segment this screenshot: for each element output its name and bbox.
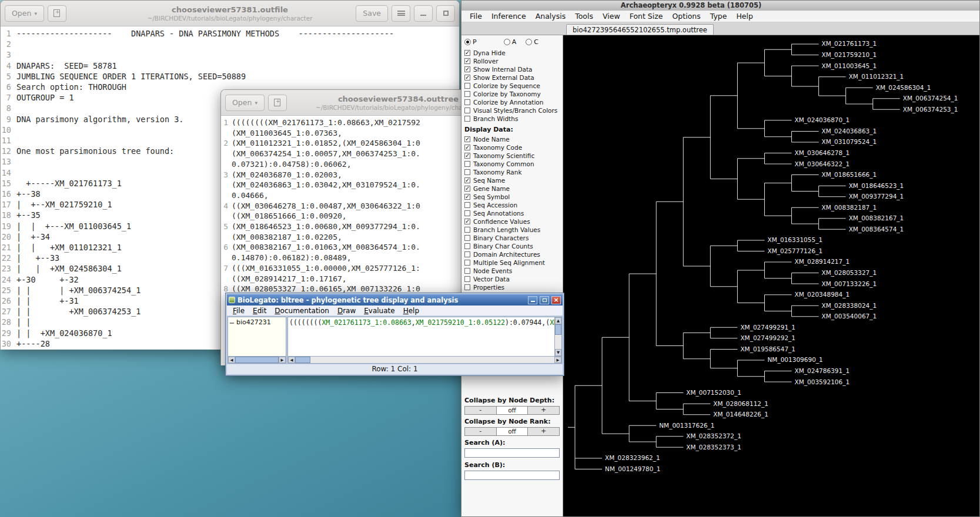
tree-leaf-label[interactable]: XM_020348984_1: [795, 291, 850, 298]
tree-leaf-label[interactable]: NM_001317626_1: [659, 422, 714, 429]
menu-edit[interactable]: Edit: [249, 307, 270, 315]
checkbox-seq-accession[interactable]: Seq Accession: [464, 201, 560, 209]
tree-leaf-label[interactable]: XM_025777126_1: [767, 247, 822, 255]
tree-leaf-label[interactable]: XM_011012321_1: [849, 73, 904, 80]
tree-leaf-label[interactable]: XM_014648226_1: [713, 411, 768, 418]
tree-leaf-label[interactable]: XM_024586304_1: [876, 84, 931, 92]
scrollbar-track[interactable]: [555, 335, 561, 349]
tree-leaf-label[interactable]: XM_018646523_1: [849, 182, 904, 190]
minimize-button[interactable]: [414, 5, 433, 22]
checkbox-seq-annotations[interactable]: Seq Annotations: [464, 209, 560, 217]
text-vertical-scrollbar[interactable]: ▲ ▼: [554, 317, 562, 356]
list-horizontal-scrollbar[interactable]: ◀ ▶: [228, 356, 286, 364]
checkbox-colorize-by-annotation[interactable]: Colorize by Annotation: [464, 98, 560, 106]
radio-c[interactable]: C: [526, 38, 539, 46]
menu-view[interactable]: View: [598, 12, 625, 21]
checkbox-branch-widths[interactable]: Branch Widths: [464, 115, 560, 123]
scroll-left-icon[interactable]: ◀: [288, 357, 295, 363]
search-a-input[interactable]: [464, 448, 560, 458]
menu-draw[interactable]: Draw: [333, 307, 360, 315]
newick-text-area[interactable]: ((((((((XM_021761173_1:0.08663,XM_021759…: [287, 317, 554, 356]
tree-leaf-label[interactable]: XM_028068112_1: [713, 400, 768, 408]
biolegato-file-list[interactable]: bio427231: [228, 317, 286, 356]
new-document-button[interactable]: [48, 5, 66, 22]
collapse-depth-increase-button[interactable]: +: [527, 406, 560, 415]
scrollbar-thumb[interactable]: [295, 357, 310, 363]
scroll-right-icon[interactable]: ▶: [279, 357, 286, 363]
tree-leaf-label[interactable]: XM_030646278_1: [795, 149, 850, 157]
checkbox-dyna-hide[interactable]: ✓Dyna Hide: [464, 49, 560, 57]
menu-type[interactable]: Type: [705, 12, 732, 21]
menu-help[interactable]: Help: [731, 12, 758, 21]
checkbox-node-name[interactable]: ✓Node Name: [464, 135, 560, 143]
tree-leaf-label[interactable]: XM_028914217_1: [795, 258, 850, 266]
scroll-left-icon[interactable]: ◀: [228, 357, 235, 363]
save-button[interactable]: Save: [356, 5, 388, 22]
menu-analysis[interactable]: Analysis: [531, 12, 571, 21]
open-button[interactable]: Open ▾: [225, 95, 265, 111]
checkbox-properties[interactable]: Properties: [464, 283, 560, 291]
tree-leaf-label[interactable]: XM_021759210_1: [822, 51, 877, 59]
tree-leaf-label[interactable]: NM_001309690_1: [767, 356, 822, 364]
menu-button[interactable]: [392, 5, 410, 22]
checkbox-show-external-data[interactable]: ✓Show External Data: [464, 73, 560, 82]
tree-leaf-label[interactable]: XM_007133226_1: [822, 280, 877, 288]
list-item[interactable]: bio427231: [230, 318, 284, 326]
menu-help[interactable]: Help: [399, 307, 423, 315]
tree-leaf-label[interactable]: XM_028053327_1: [822, 269, 877, 277]
biolegato-maximize-button[interactable]: [540, 296, 549, 304]
scrollbar-thumb[interactable]: [555, 324, 561, 335]
tree-leaf-label[interactable]: XM_024786391_1: [795, 367, 850, 375]
tree-leaf-label[interactable]: XM_003540067_1: [822, 313, 877, 320]
checkbox-binary-characters[interactable]: Binary Characters: [464, 234, 560, 242]
tree-leaf-label[interactable]: XM_007152030_1: [686, 389, 741, 397]
menu-options[interactable]: Options: [668, 12, 705, 21]
tree-leaf-label[interactable]: XM_031079524_1: [822, 138, 877, 146]
tree-leaf-label[interactable]: NM_001249780_1: [605, 465, 660, 473]
tree-leaf-label[interactable]: XM_021761173_1: [822, 41, 877, 48]
checkbox-gene-name[interactable]: ✓Gene Name: [464, 184, 560, 193]
tree-leaf-label[interactable]: XM_024036863_1: [822, 127, 877, 135]
tree-leaf-label[interactable]: XM_008364574_1: [849, 226, 904, 233]
tab-outtree[interactable]: bio4272395646552102655.tmp.outtree: [566, 24, 714, 35]
checkbox-taxonomy-code[interactable]: ✓Taxonomy Code: [464, 143, 560, 152]
checkbox-domain-architectures[interactable]: Domain Architectures: [464, 250, 560, 258]
menu-evaluate[interactable]: Evaluate: [360, 307, 399, 315]
tree-leaf-label[interactable]: XM_024036870_1: [795, 116, 850, 124]
new-document-button[interactable]: [268, 95, 287, 111]
tree-leaf-label[interactable]: XM_027499292_1: [740, 334, 795, 342]
checkbox-multiple-seq-alignment[interactable]: Multiple Seq Alignment: [464, 258, 560, 267]
scrollbar-thumb[interactable]: [235, 357, 279, 363]
menu-inference[interactable]: Inference: [487, 12, 531, 21]
scroll-up-icon[interactable]: ▲: [555, 317, 561, 324]
archaeopteryx-titlebar[interactable]: Archaeopteryx 0.9928 beta (180705): [461, 1, 979, 11]
scroll-down-icon[interactable]: ▼: [555, 349, 561, 356]
checkbox-vector-data[interactable]: Vector Data: [464, 275, 560, 283]
collapse-depth-decrease-button[interactable]: -: [464, 406, 497, 415]
tree-leaf-label[interactable]: XM_006374253_1: [903, 106, 958, 113]
tree-leaf-label[interactable]: XM_030646322_1: [795, 160, 850, 168]
tree-leaf-label[interactable]: XM_011003645_1: [822, 62, 877, 70]
checkbox-rollover[interactable]: ✓Rollover: [464, 57, 560, 65]
tree-leaf-label[interactable]: XM_028338024_1: [822, 302, 877, 310]
checkbox-show-internal-data[interactable]: ✓Show Internal Data: [464, 65, 560, 73]
menu-documentation[interactable]: Documentation: [270, 307, 333, 315]
radio-p[interactable]: P: [464, 38, 477, 46]
radio-a[interactable]: A: [504, 38, 517, 46]
tree-leaf-label[interactable]: XM_027499291_1: [740, 324, 795, 331]
tree-leaf-label[interactable]: XM_018651666_1: [822, 171, 877, 179]
tree-leaf-label[interactable]: XM_028352372_1: [686, 432, 741, 440]
scroll-right-icon[interactable]: ▶: [554, 357, 561, 363]
tree-leaf-label[interactable]: XM_008382167_1: [849, 214, 904, 222]
tree-canvas[interactable]: XM_021761173_1XM_021759210_1XM_011003645…: [563, 35, 979, 516]
biolegato-minimize-button[interactable]: [528, 296, 537, 304]
biolegato-titlebar[interactable]: BioLegato: bltree - phylogenetic tree di…: [227, 294, 563, 306]
tree-leaf-label[interactable]: XM_003592106_1: [795, 378, 850, 386]
checkbox-taxonomy-scientific[interactable]: ✓Taxonomy Scientific: [464, 152, 560, 160]
checkbox-visual-styles-branch-colors[interactable]: Visual Styles/Branch Colors: [464, 106, 560, 115]
tree-leaf-label[interactable]: XM_009377294_1: [849, 193, 904, 200]
collapse-rank-increase-button[interactable]: +: [527, 427, 560, 436]
menu-tools[interactable]: Tools: [570, 12, 598, 21]
collapse-rank-decrease-button[interactable]: -: [464, 427, 497, 436]
checkbox-colorize-by-sequence[interactable]: Colorize by Sequence: [464, 82, 560, 90]
